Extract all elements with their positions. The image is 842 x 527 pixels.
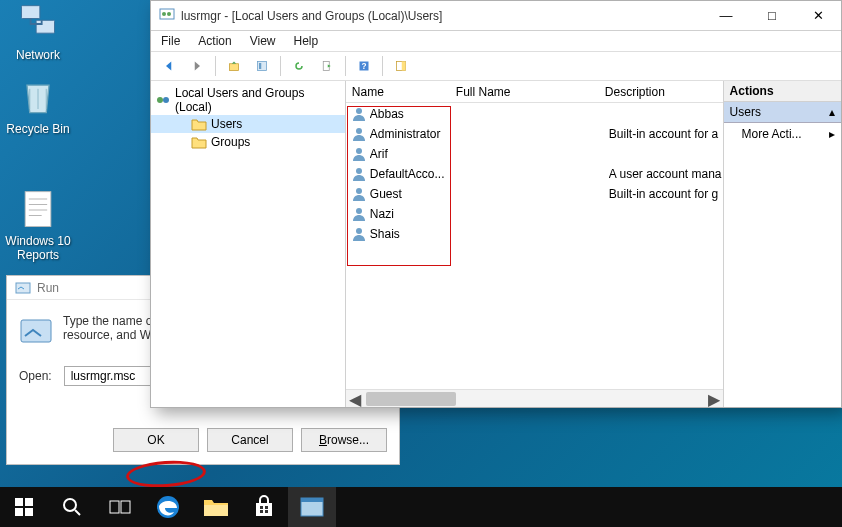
run-title-icon (15, 280, 31, 296)
menu-action[interactable]: Action (198, 34, 231, 48)
tree-node-label: Groups (211, 135, 250, 149)
column-description[interactable]: Description (599, 85, 723, 99)
up-button[interactable] (222, 54, 246, 78)
svg-rect-8 (230, 64, 239, 71)
refresh-button[interactable] (287, 54, 311, 78)
menubar: File Action View Help (151, 31, 841, 51)
user-icon (351, 206, 367, 222)
user-name: Guest (370, 187, 460, 201)
column-name[interactable]: Name (346, 85, 450, 99)
tree-pane: Local Users and Groups (Local) Users Gro… (151, 81, 346, 407)
list-pane: Name Full Name Description AbbasAdminist… (346, 81, 724, 407)
actions-more[interactable]: More Acti... ▸ (724, 123, 841, 145)
user-name: Nazi (370, 207, 460, 221)
user-row[interactable]: GuestBuilt-in account for g (347, 184, 722, 204)
tree-node-label: Users (211, 117, 242, 131)
svg-rect-15 (402, 62, 406, 71)
user-row[interactable]: Arif (347, 144, 722, 164)
chevron-right-icon: ▸ (829, 127, 835, 141)
tree-node-users[interactable]: Users (151, 115, 345, 133)
svg-point-24 (356, 228, 362, 234)
svg-rect-10 (259, 63, 261, 69)
svg-rect-28 (25, 508, 33, 516)
user-name: Shais (370, 227, 460, 241)
svg-point-20 (356, 148, 362, 154)
window-title: lusrmgr - [Local Users and Groups (Local… (181, 9, 442, 23)
user-icon (351, 166, 367, 182)
svg-rect-30 (110, 501, 119, 513)
scroll-right-icon[interactable]: ▶ (705, 390, 723, 408)
user-row[interactable]: DefaultAcco...A user account mana (347, 164, 722, 184)
actions-group-users[interactable]: Users ▴ (724, 102, 841, 123)
desktop-label: Windows 10 Reports (0, 234, 76, 262)
user-name: Administrator (370, 127, 460, 141)
properties-button[interactable] (250, 54, 274, 78)
svg-rect-26 (25, 498, 33, 506)
svg-rect-2 (25, 192, 51, 227)
svg-point-16 (157, 97, 163, 103)
svg-rect-37 (265, 510, 268, 513)
lusrmgr-window: lusrmgr - [Local Users and Groups (Local… (150, 0, 842, 408)
search-button[interactable] (48, 487, 96, 527)
svg-rect-39 (301, 498, 323, 502)
text-file-icon (16, 188, 60, 232)
list-header-row: Name Full Name Description (346, 81, 723, 103)
toolbar: ? (151, 51, 841, 81)
start-button[interactable] (0, 487, 48, 527)
taskbar-store[interactable] (240, 487, 288, 527)
svg-rect-36 (260, 510, 263, 513)
run-browse-button[interactable]: BBrowse...rowse... (301, 428, 387, 452)
taskbar-edge[interactable] (144, 487, 192, 527)
menu-help[interactable]: Help (294, 34, 319, 48)
svg-rect-33 (204, 505, 228, 516)
show-hide-action-pane-button[interactable] (389, 54, 413, 78)
desktop-text-file[interactable]: Windows 10 Reports (0, 188, 76, 262)
user-icon (351, 146, 367, 162)
user-row[interactable]: AdministratorBuilt-in account for a (347, 124, 722, 144)
user-name: Abbas (370, 107, 460, 121)
run-ok-button[interactable]: OK (113, 428, 199, 452)
column-fullname[interactable]: Full Name (450, 85, 599, 99)
help-button[interactable]: ? (352, 54, 376, 78)
svg-point-18 (356, 108, 362, 114)
user-row[interactable]: Abbas (347, 104, 722, 124)
svg-rect-0 (22, 6, 40, 19)
export-button[interactable] (315, 54, 339, 78)
desktop-network[interactable]: Network (0, 2, 76, 62)
menu-view[interactable]: View (250, 34, 276, 48)
tree-root[interactable]: Local Users and Groups (Local) (151, 85, 345, 115)
close-button[interactable]: ✕ (795, 1, 841, 31)
user-description: Built-in account for g (609, 187, 722, 201)
taskview-button[interactable] (96, 487, 144, 527)
run-cancel-button[interactable]: Cancel (207, 428, 293, 452)
horizontal-scrollbar[interactable]: ◀ ▶ (346, 389, 723, 407)
user-row[interactable]: Shais (347, 224, 722, 244)
tree-root-label: Local Users and Groups (Local) (175, 86, 341, 114)
forward-button[interactable] (185, 54, 209, 78)
folder-icon (191, 134, 207, 150)
scroll-left-icon[interactable]: ◀ (346, 390, 364, 408)
user-name: Arif (370, 147, 460, 161)
svg-point-29 (64, 499, 76, 511)
desktop-label: Recycle Bin (0, 122, 76, 136)
svg-rect-27 (15, 508, 23, 516)
tree-node-groups[interactable]: Groups (151, 133, 345, 151)
taskbar-explorer[interactable] (192, 487, 240, 527)
back-button[interactable] (157, 54, 181, 78)
user-icon (351, 226, 367, 242)
desktop-recycle-bin[interactable]: Recycle Bin (0, 76, 76, 136)
user-icon (351, 106, 367, 122)
desktop-label: Network (0, 48, 76, 62)
taskbar-lusrmgr[interactable] (288, 487, 336, 527)
svg-rect-31 (121, 501, 130, 513)
taskbar (0, 487, 842, 527)
minimize-button[interactable]: — (703, 1, 749, 31)
menu-file[interactable]: File (161, 34, 180, 48)
scroll-thumb[interactable] (366, 392, 456, 406)
maximize-button[interactable]: □ (749, 1, 795, 31)
svg-point-7 (167, 12, 171, 16)
svg-point-23 (356, 208, 362, 214)
network-icon (16, 2, 60, 46)
user-row[interactable]: Nazi (347, 204, 722, 224)
run-title-text: Run (37, 281, 59, 295)
